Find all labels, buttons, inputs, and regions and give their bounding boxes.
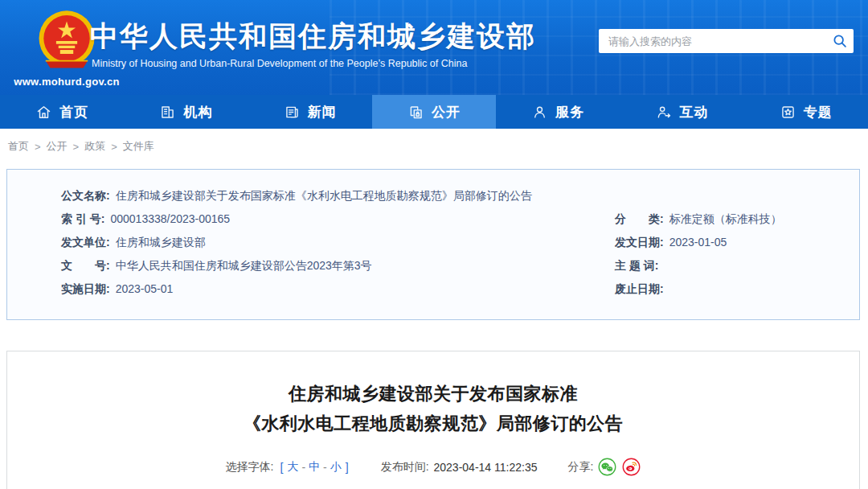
font-size-separator: - xyxy=(323,461,327,474)
meta-value: 2023-01-05 xyxy=(669,236,727,249)
meta-value: 住房和城乡建设部关于发布国家标准《水利水电工程地质勘察规范》局部修订的公告 xyxy=(116,189,532,202)
meta-label: 发文单位: xyxy=(61,236,110,249)
publish-time-label: 发布时间: xyxy=(381,460,429,475)
meta-row-abolition-date: 废止日期: xyxy=(615,277,859,301)
nav-item-label: 专题 xyxy=(804,103,833,121)
article-toolbar: 选择字体: [ 大 - 中 - 小 ] 发布时间: 2023-04-14 11:… xyxy=(7,458,859,476)
nav-item-home[interactable]: 首页 xyxy=(0,95,124,129)
bracket-close: ] xyxy=(346,461,349,474)
topics-icon xyxy=(780,104,796,121)
meta-value: 2023-05-01 xyxy=(116,282,174,295)
weibo-icon[interactable] xyxy=(622,458,641,476)
meta-label: 索 引 号: xyxy=(61,212,104,225)
meta-row-issue-date: 发文日期:2023-01-05 xyxy=(615,231,859,254)
breadcrumb-separator: > xyxy=(73,141,80,153)
nav-item-service[interactable]: 服务 xyxy=(496,95,620,129)
disclosure-icon xyxy=(407,104,424,121)
nav-item-topics[interactable]: 专题 xyxy=(744,95,868,129)
organization-icon xyxy=(159,104,176,121)
share-label: 分享: xyxy=(567,460,593,475)
meta-label: 废止日期: xyxy=(615,282,664,295)
publish-time-value: 2023-04-14 11:22:35 xyxy=(434,461,538,474)
main-nav: 首页 机构 新闻 公开 服务 互动 专题 xyxy=(0,95,868,129)
search-box xyxy=(599,29,854,53)
font-size-separator: - xyxy=(301,461,305,474)
breadcrumb-policy[interactable]: 政策 xyxy=(84,139,105,154)
search-icon[interactable] xyxy=(826,29,854,53)
font-size-large-button[interactable]: 大 xyxy=(287,460,298,475)
meta-label: 发文日期: xyxy=(615,236,664,249)
site-title: 中华人民共和国住房和城乡建设部 xyxy=(90,18,536,55)
breadcrumb-separator: > xyxy=(111,141,117,153)
site-header: www.mohurd.gov.cn 中华人民共和国住房和城乡建设部 Minist… xyxy=(0,0,868,95)
article-title: 住房和城乡建设部关于发布国家标准 《水利水电工程地质勘察规范》局部修订的公告 xyxy=(7,379,859,438)
site-url: www.mohurd.gov.cn xyxy=(6,76,127,88)
font-size-selector: [ 大 - 中 - 小 ] xyxy=(279,460,350,475)
meta-label: 公文名称: xyxy=(61,189,110,202)
meta-row-index-number: 索 引 号:000013338/2023-00165 xyxy=(7,208,615,231)
site-subtitle: Ministry of Housing and Urban-Rural Deve… xyxy=(92,58,467,69)
meta-value: 000013338/2023-00165 xyxy=(110,212,230,225)
article-card: 住房和城乡建设部关于发布国家标准 《水利水电工程地质勘察规范》局部修订的公告 选… xyxy=(6,351,860,489)
meta-value: 中华人民共和国住房和城乡建设部公告2023年第3号 xyxy=(116,259,372,272)
nav-item-disclosure[interactable]: 公开 xyxy=(372,95,496,129)
nav-item-label: 机构 xyxy=(183,103,212,121)
article-title-line2: 《水利水电工程地质勘察规范》局部修订的公告 xyxy=(7,409,859,438)
meta-row-implementation-date: 实施日期:2023-05-01 xyxy=(7,277,615,301)
service-icon xyxy=(531,104,548,121)
article-title-line1: 住房和城乡建设部关于发布国家标准 xyxy=(7,379,859,409)
nav-item-label: 服务 xyxy=(555,103,584,121)
nav-item-label: 互动 xyxy=(680,103,709,121)
publish-time-group: 发布时间: 2023-04-14 11:22:35 xyxy=(381,460,538,475)
meta-row-subject-words: 主 题 词: xyxy=(615,254,859,277)
font-select-label: 选择字体: xyxy=(226,460,274,475)
font-size-small-button[interactable]: 小 xyxy=(330,460,342,475)
home-icon xyxy=(35,104,52,121)
document-meta-card: 公文名称:住房和城乡建设部关于发布国家标准《水利水电工程地质勘察规范》局部修订的… xyxy=(6,169,860,320)
meta-value: 标准定额（标准科技） xyxy=(669,212,782,225)
news-icon xyxy=(284,104,301,121)
meta-label: 文 号: xyxy=(61,259,110,272)
meta-row-issuing-unit: 发文单位:住房和城乡建设部 xyxy=(7,231,615,254)
nav-item-label: 首页 xyxy=(59,103,88,121)
meta-label: 实施日期: xyxy=(61,282,110,295)
nav-item-interaction[interactable]: 互动 xyxy=(620,95,743,129)
font-size-medium-button[interactable]: 中 xyxy=(309,460,320,475)
nav-item-label: 新闻 xyxy=(308,103,337,121)
wechat-icon[interactable] xyxy=(598,458,616,476)
meta-label: 分 类: xyxy=(615,212,664,225)
nav-item-label: 公开 xyxy=(432,103,461,121)
nav-item-news[interactable]: 新闻 xyxy=(248,95,372,129)
breadcrumb-library[interactable]: 文件库 xyxy=(123,139,154,154)
meta-label: 主 题 词: xyxy=(615,259,658,272)
breadcrumb-disclosure[interactable]: 公开 xyxy=(47,139,68,154)
breadcrumb: 首页 > 公开 > 政策 > 文件库 xyxy=(8,139,154,154)
meta-value: 住房和城乡建设部 xyxy=(116,236,206,249)
meta-row-category: 分 类:标准定额（标准科技） xyxy=(615,208,859,231)
bracket-open: [ xyxy=(280,461,284,474)
meta-row-document-number: 文 号:中华人民共和国住房和城乡建设部公告2023年第3号 xyxy=(7,254,615,277)
share-group: 分享: xyxy=(567,458,641,476)
breadcrumb-home[interactable]: 首页 xyxy=(8,139,29,154)
meta-row-document-name: 公文名称:住房和城乡建设部关于发布国家标准《水利水电工程地质勘察规范》局部修订的… xyxy=(7,184,859,208)
nav-item-organization[interactable]: 机构 xyxy=(124,95,248,129)
interaction-icon xyxy=(656,104,673,121)
breadcrumb-separator: > xyxy=(35,141,41,153)
search-input[interactable] xyxy=(599,35,826,47)
